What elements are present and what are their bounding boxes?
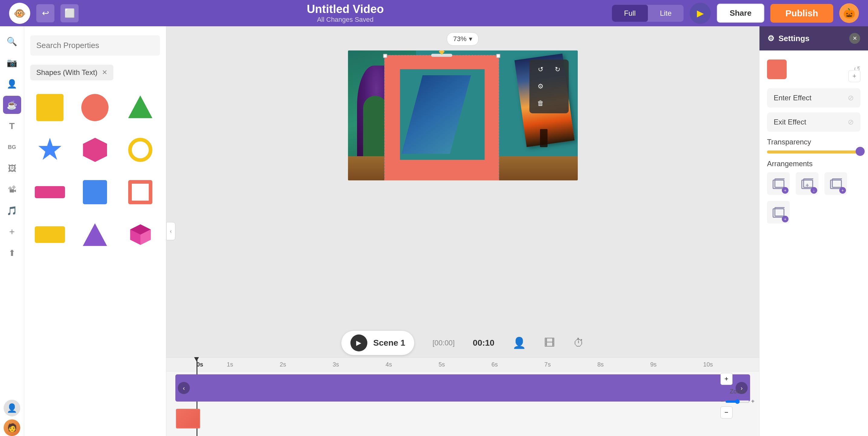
shape-green-triangle-svg bbox=[127, 94, 154, 121]
search-properties-input[interactable] bbox=[30, 35, 160, 56]
ruler-5s: 5s bbox=[438, 361, 491, 368]
sidebar-item-scenes[interactable]: ☕ bbox=[3, 96, 21, 114]
sidebar-item-image[interactable]: 🖼 bbox=[3, 159, 21, 177]
scene-play-button[interactable]: ▶ bbox=[350, 334, 367, 351]
ruler-2s: 2s bbox=[280, 361, 333, 368]
canvas-frame[interactable]: ↺ ↻ ⚙ 🗑 bbox=[348, 51, 578, 180]
timer-icon[interactable]: ⏱ bbox=[573, 337, 584, 349]
publish-button[interactable]: Publish bbox=[770, 4, 833, 23]
filter-tag-close[interactable]: ✕ bbox=[102, 69, 107, 76]
view-mode-toggle: Full Lite bbox=[612, 5, 684, 22]
zoom-controls: + Zoom − + − bbox=[720, 373, 755, 418]
sidebar-item-user[interactable]: 👤 bbox=[3, 75, 21, 93]
user-avatar[interactable]: 🎃 bbox=[839, 3, 859, 23]
ruler-1s: 1s bbox=[227, 361, 280, 368]
sidebar-item-add[interactable]: + bbox=[3, 223, 21, 241]
sidebar-item-video[interactable]: 📽 bbox=[3, 180, 21, 199]
playhead-marker: 0s bbox=[196, 361, 227, 368]
arrange-item-3[interactable]: + bbox=[825, 172, 847, 195]
app-logo[interactable]: 🐵 bbox=[9, 3, 30, 24]
arrange-item-2[interactable]: ↓ bbox=[796, 172, 818, 195]
timeline-nav-left[interactable]: ‹ bbox=[178, 382, 190, 394]
shape-yellow-ring bbox=[128, 138, 152, 162]
canvas-context-toolbar: ↺ ↻ ⚙ 🗑 bbox=[529, 60, 569, 113]
settings-body: ↺ + Enter Effect ⊘ Exit Effect ⊘ Transpa… bbox=[760, 51, 868, 436]
arrangements-section: Arrangements + bbox=[767, 160, 861, 224]
zoom-plus-icon: + bbox=[751, 398, 755, 405]
ctx-rotate-right[interactable]: ↻ bbox=[551, 63, 564, 76]
video-clip-icon[interactable]: 🎞 bbox=[544, 337, 555, 349]
save-status: All Changes Saved bbox=[317, 16, 373, 23]
sidebar-item-audio[interactable]: 🎵 bbox=[3, 202, 21, 220]
handle-tr[interactable] bbox=[496, 54, 500, 58]
ruler-7s: 7s bbox=[545, 361, 597, 368]
zoom-minus-button[interactable]: − bbox=[720, 406, 733, 418]
share-button[interactable]: Share bbox=[717, 4, 764, 23]
sidebar-item-background[interactable]: BG bbox=[3, 138, 21, 156]
settings-panel: ⚙ Settings ✕ ↺ + Enter Effect ⊘ Exit Eff bbox=[759, 26, 868, 436]
sidebar-item-search[interactable]: 🔍 bbox=[3, 32, 21, 51]
timecode-start: [00:00] bbox=[432, 339, 455, 347]
arrange-badge-4: + bbox=[782, 216, 788, 223]
shape-item-salmon-circle[interactable] bbox=[75, 90, 115, 126]
shape-item-purple-triangle[interactable] bbox=[75, 216, 115, 253]
shape-item-blue-star[interactable] bbox=[30, 132, 69, 168]
ruler-4s: 4s bbox=[385, 361, 438, 368]
sidebar-item-upload[interactable]: ⬆ bbox=[3, 244, 21, 262]
undo-button[interactable]: ↩ bbox=[36, 4, 55, 22]
redo-button[interactable]: ⬜ bbox=[60, 4, 79, 22]
transparency-thumb[interactable] bbox=[856, 147, 865, 156]
properties-panel: Shapes (With Text) ✕ bbox=[24, 26, 166, 436]
canvas-area: ‹ 73% ▾ bbox=[166, 26, 759, 436]
full-mode-button[interactable]: Full bbox=[612, 5, 648, 22]
sidebar-item-media[interactable]: 📷 bbox=[3, 54, 21, 72]
color-swatch[interactable] bbox=[767, 60, 787, 79]
ctx-row-2: ⚙ bbox=[534, 79, 564, 93]
video-title-section: Untitled Video All Changes Saved bbox=[85, 3, 606, 24]
arrange-item-1[interactable]: + bbox=[767, 172, 790, 195]
color-swatch-row: ↺ bbox=[767, 60, 861, 79]
arrangements-grid: + ↓ bbox=[767, 172, 861, 224]
enter-effect-none-icon[interactable]: ⊘ bbox=[848, 94, 854, 102]
ctx-row-1: ↺ ↻ bbox=[534, 63, 564, 76]
selected-shape-frame[interactable] bbox=[384, 55, 499, 180]
shape-pink-hexagon bbox=[83, 138, 107, 162]
ctx-delete[interactable]: 🗑 bbox=[534, 96, 548, 110]
add-effect-button[interactable]: + bbox=[848, 70, 861, 82]
sidebar-user-avatar[interactable]: 👤 bbox=[4, 400, 20, 416]
handle-tl[interactable] bbox=[383, 54, 387, 58]
ctx-settings[interactable]: ⚙ bbox=[534, 79, 548, 93]
shape-item-pink-rect[interactable] bbox=[30, 174, 69, 210]
scene-thumbnail[interactable] bbox=[176, 409, 200, 429]
shape-item-yellow-rect[interactable] bbox=[30, 90, 69, 126]
timeline-track[interactable]: ‹ › bbox=[175, 374, 750, 402]
zoom-plus-button[interactable]: + bbox=[720, 373, 733, 385]
shape-item-pink-cube[interactable] bbox=[121, 216, 160, 253]
sidebar-avatar-figure[interactable]: 🧑 bbox=[4, 420, 20, 436]
settings-title-label: Settings bbox=[778, 34, 810, 43]
zoom-indicator[interactable]: 73% ▾ bbox=[447, 32, 478, 46]
shape-item-yellow-ring[interactable] bbox=[121, 132, 160, 168]
sidebar-item-text[interactable]: T bbox=[3, 117, 21, 135]
exit-effect-none-icon[interactable]: ⊘ bbox=[848, 118, 854, 126]
shape-item-yellow-rect2[interactable] bbox=[30, 216, 69, 253]
timeline-area: 0s 1s 2s 3s 4s 5s 6s 7s 8s 9s 10s ‹ › bbox=[166, 358, 759, 436]
exit-effect-label: Exit Effect bbox=[774, 118, 806, 126]
scene-player: ▶ Scene 1 bbox=[341, 331, 414, 355]
shape-item-green-triangle[interactable] bbox=[121, 90, 160, 126]
preview-button[interactable]: ▶ bbox=[690, 3, 711, 24]
svg-marker-1 bbox=[38, 138, 61, 160]
settings-close-button[interactable]: ✕ bbox=[849, 33, 860, 44]
arrange-item-4[interactable]: + bbox=[767, 201, 790, 224]
ctx-rotate-left[interactable]: ↺ bbox=[534, 63, 548, 76]
shape-item-blue-square[interactable] bbox=[75, 174, 115, 210]
collapse-left-button[interactable]: ‹ bbox=[166, 222, 175, 240]
enter-effect-label: Enter Effect bbox=[774, 94, 811, 102]
topbar-actions: ▶ Share Publish 🎃 bbox=[690, 3, 859, 24]
user-icon[interactable]: 👤 bbox=[513, 337, 526, 349]
sidebar: 🔍 📷 👤 ☕ T BG 🖼 📽 🎵 + ⬆ 👤 🧑 bbox=[0, 26, 24, 436]
shape-item-salmon-border-rect[interactable] bbox=[121, 174, 160, 210]
shape-item-pink-hexagon[interactable] bbox=[75, 132, 115, 168]
zoom-slider[interactable] bbox=[725, 399, 749, 404]
lite-mode-button[interactable]: Lite bbox=[648, 5, 684, 22]
